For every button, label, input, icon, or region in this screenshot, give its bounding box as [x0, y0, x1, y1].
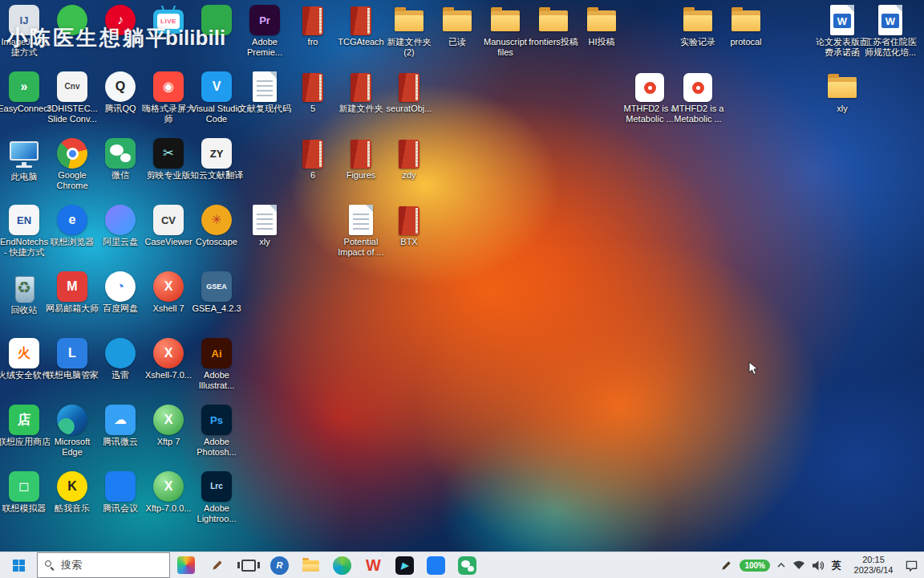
desktop-icon-wechat[interactable]: 微信: [96, 138, 144, 181]
network-icon[interactable]: [792, 560, 805, 570]
input-language-indicator[interactable]: 英: [832, 559, 841, 572]
desktop-icon-btx[interactable]: BTX: [385, 205, 433, 247]
green-app-2-icon: [201, 5, 232, 35]
desktop-icon-label: 文献复现代码: [238, 104, 291, 114]
desktop-icon-baidu-netdisk[interactable]: ◔百度网盘: [96, 271, 144, 314]
desktop-icon-xshell-installer[interactable]: XXshell-7.0...: [144, 338, 192, 381]
desktop-icon-recycle-bin[interactable]: ♻回收站: [0, 271, 48, 315]
desktop-icon-microsoft-edge[interactable]: Microsoft Edge: [48, 405, 96, 458]
desktop-icon-higeshi-recorder[interactable]: ◉嗨格式录屏大师: [144, 71, 192, 124]
desktop-icon-xly-doc[interactable]: xly: [241, 205, 289, 247]
desktop-icon-bilibili-live[interactable]: LIVE: [144, 5, 192, 35]
caseviewer-icon: CV: [153, 205, 184, 235]
desktop-icon-label: Microsoft Edge: [46, 437, 99, 458]
desktop-icon-xshell-7[interactable]: XXshell 7: [144, 271, 192, 314]
chevron-up-icon: [777, 562, 785, 568]
desktop-icon-xftp-7[interactable]: XXftp 7: [144, 405, 192, 447]
taskbar-ink-pen-app[interactable]: [201, 552, 233, 578]
desktop-icon-vscode[interactable]: VVisual Studio Code: [192, 71, 241, 124]
battery-status-badge[interactable]: 100%: [740, 560, 770, 572]
desktop-icon-tencent-meeting[interactable]: 腾讯会议: [96, 471, 144, 514]
desktop-icon-figures[interactable]: Figures: [337, 138, 385, 181]
desktop-icon-adobe-premiere[interactable]: PrAdobe Premie...: [241, 5, 289, 58]
desktop-icon-page-fee-letter-doc[interactable]: W论文发表版面费承诺函: [818, 5, 866, 58]
pen-icon: [720, 560, 732, 572]
desktop-icon-lenovo-app-store[interactable]: 店联想应用商店: [0, 405, 48, 447]
desktop-icon-label: 联想电脑管家: [46, 370, 99, 381]
desktop-icon-aliyun-drive[interactable]: 阿里云盘: [96, 205, 144, 247]
desktop-icon-netease-cloud-music[interactable]: ♪: [96, 5, 144, 37]
desktop-icon-xunlei[interactable]: 迅雷: [96, 338, 144, 381]
green-swirl-app-icon: [333, 556, 351, 575]
desktop-icon-mthfd2-pdf-1[interactable]: MTHFD2 is a Metabolic ...: [626, 71, 674, 124]
taskbar-tencent-meeting[interactable]: [420, 552, 452, 578]
desktop-icon-seuratobj[interactable]: seuratObj...: [385, 71, 433, 114]
desktop-icon-green-circle-app[interactable]: [48, 5, 96, 37]
pen-tray-icon[interactable]: [720, 560, 732, 572]
desktop-icon-slide-converter[interactable]: Cnv3DHISTEC... Slide Conv...: [48, 71, 96, 124]
desktop-icon-caseviewer[interactable]: CVCaseViewer: [144, 205, 192, 247]
desktop-icon-huorong-security[interactable]: 火火绒安全软件: [0, 338, 48, 381]
desktop-icon-label: 知云文献翻译: [190, 170, 243, 181]
desktop-icon-yidu-folder[interactable]: 已读: [433, 5, 481, 47]
desktop-icon-this-pc[interactable]: 此电脑: [0, 138, 48, 182]
desktop-icon-mthfd2-pdf-2[interactable]: MTHFD2 is a Metabolic ...: [674, 71, 722, 124]
desktop-icon-zhiyun-translate[interactable]: ZY知云文献翻译: [192, 138, 241, 181]
desktop-icon-zdy[interactable]: zdy: [385, 138, 433, 181]
adobe-photoshop-glyph: Ps: [210, 415, 223, 425]
desktop-icon-tencent-qq[interactable]: Q腾讯QQ: [96, 71, 144, 114]
desktop-icon-new-folder-file[interactable]: 新建文件夹: [337, 71, 385, 114]
volume-icon[interactable]: [813, 560, 825, 571]
adobe-illustrator-icon: Ai: [201, 338, 232, 368]
desktop-icon-protocal-folder[interactable]: protocal: [722, 5, 770, 47]
taskbar-wechat[interactable]: [452, 552, 483, 578]
cytoscape-glyph: ✳: [211, 214, 221, 226]
taskbar-colorful-docs-app[interactable]: [170, 552, 201, 578]
desktop-icon-gsea[interactable]: GSEAGSEA_4.2.3: [192, 271, 241, 314]
search-box[interactable]: 搜索: [37, 552, 170, 578]
taskbar-r-project[interactable]: R: [264, 552, 295, 578]
desktop-icon-fro[interactable]: fro: [289, 5, 337, 47]
desktop-icon-jianying[interactable]: ✂剪映专业版: [144, 138, 192, 181]
desktop-icon-potential-impact-doc[interactable]: Potential Impact of ...: [337, 205, 385, 258]
desktop-icon-book-6[interactable]: 6: [289, 138, 337, 181]
desktop-icon-xly-folder[interactable]: xly: [818, 71, 866, 114]
desktop-icon-lenovo-browser[interactable]: e联想浏览器: [48, 205, 96, 247]
desktop-icon-new-folder-2[interactable]: 新建文件夹 (2): [385, 5, 433, 58]
clock[interactable]: 20:15 2023/6/14: [849, 555, 898, 576]
desktop-icon-netease-mail[interactable]: M网易邮箱大师: [48, 271, 96, 314]
taskbar-green-swirl-app[interactable]: [326, 552, 358, 578]
desktop-icon-kuwo-music[interactable]: K酷我音乐: [48, 471, 96, 514]
desktop-icon-wenxian-code-doc[interactable]: 文献复现代码: [241, 71, 289, 114]
desktop-icon-tcgateach[interactable]: TCGAteach: [337, 5, 385, 47]
desktop-icon-adobe-photoshop[interactable]: PsAdobe Photosh...: [192, 405, 241, 458]
taskbar-wps-office[interactable]: W: [358, 552, 389, 578]
desktop-icon-lenovo-emulator[interactable]: ◻联想模拟器: [0, 471, 48, 514]
taskbar-dark-video-app[interactable]: ▶: [389, 552, 420, 578]
desktop-icon-easyconnect[interactable]: »EasyConnect: [0, 71, 48, 114]
desktop-icon-manuscript-files-folder[interactable]: Manuscript files: [481, 5, 529, 58]
action-center-icon[interactable]: [906, 560, 918, 572]
hidden-icons-chevron[interactable]: [777, 562, 785, 568]
desktop-icon-tencent-weiyun[interactable]: ☁腾讯微云: [96, 405, 144, 447]
desktop-icon-label: 联想模拟器: [0, 503, 51, 514]
speaker-icon: [813, 560, 825, 571]
desktop-icon-xftp-installer[interactable]: XXftp-7.0.0...: [144, 471, 192, 514]
desktop-icon-imagej[interactable]: IJImageJ - 快捷方式: [0, 5, 48, 58]
desktop-icon-frontiers-folder[interactable]: frontiers投稿: [529, 5, 578, 47]
desktop-icon-adobe-illustrator[interactable]: AiAdobe Illustrat...: [192, 338, 241, 391]
desktop-icon-book-5[interactable]: 5: [289, 71, 337, 114]
taskbar-file-explorer[interactable]: [295, 552, 326, 578]
desktop-icon-lenovo-pc-manager[interactable]: L联想电脑管家: [48, 338, 96, 381]
xshell-installer-icon: X: [153, 338, 184, 368]
taskbar-task-view[interactable]: [233, 552, 264, 578]
desktop-icon-endnote[interactable]: ENEndNotechs - 快捷方式: [0, 205, 48, 258]
desktop-icon-green-app-2[interactable]: [192, 5, 241, 37]
desktop-icon-hi-folder[interactable]: HI投稿: [578, 5, 626, 47]
start-button[interactable]: [0, 552, 37, 578]
desktop-icon-experiment-record-folder[interactable]: 实验记录: [674, 5, 722, 47]
desktop-icon-google-chrome[interactable]: Google Chrome: [48, 138, 96, 191]
desktop-icon-jiangsu-regulation-doc[interactable]: W江苏省住院医师规范化培...: [866, 5, 914, 58]
desktop-icon-cytoscape[interactable]: ✳Cytoscape: [192, 205, 241, 247]
desktop-icon-adobe-lightroom[interactable]: LrcAdobe Lightroo...: [192, 471, 241, 524]
